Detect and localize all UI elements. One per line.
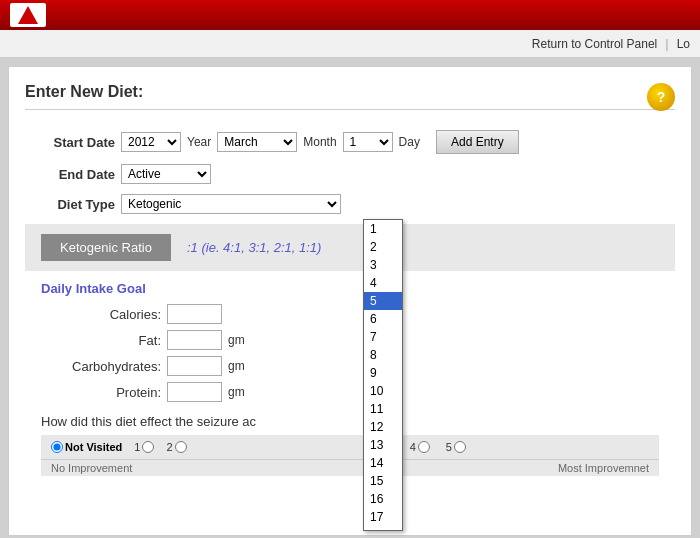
end-date-label: End Date	[25, 167, 115, 182]
not-visited-radio-item[interactable]: Not Visited	[51, 441, 122, 453]
main-content: ? Enter New Diet: Start Date 2012 2011 2…	[8, 66, 692, 536]
rating-4-item[interactable]: 4	[410, 441, 430, 453]
year-unit-label: Year	[187, 135, 211, 149]
end-date-row: End Date Active End Date	[25, 164, 675, 184]
protein-label: Protein:	[41, 385, 161, 400]
month-unit-label: Month	[303, 135, 336, 149]
logout-link[interactable]: Lo	[677, 37, 690, 51]
day-dropdown-overlay[interactable]: 1234567891011121314151617181920	[363, 219, 403, 531]
day-unit-label: Day	[399, 135, 420, 149]
fat-unit: gm	[228, 333, 245, 347]
logo	[10, 3, 46, 27]
day-dropdown-item-8[interactable]: 8	[364, 346, 402, 364]
protein-unit: gm	[228, 385, 245, 399]
return-to-control-panel-link[interactable]: Return to Control Panel	[532, 37, 657, 51]
fat-label: Fat:	[41, 333, 161, 348]
rating-1-label: 1	[134, 441, 140, 453]
ketogenic-ratio-button[interactable]: Ketogenic Ratio	[41, 234, 171, 261]
protein-input[interactable]	[167, 382, 222, 402]
day-dropdown-item-18[interactable]: 18	[364, 526, 402, 530]
seizure-section: How did this diet effect the seizure ac …	[25, 414, 675, 476]
top-bar	[0, 0, 700, 30]
nav-separator: |	[665, 36, 668, 51]
end-date-select[interactable]: Active End Date	[121, 164, 211, 184]
year-select[interactable]: 2012 2011 2013	[121, 132, 181, 152]
day-dropdown-item-5[interactable]: 5	[364, 292, 402, 310]
day-dropdown-item-12[interactable]: 12	[364, 418, 402, 436]
day-dropdown-item-3[interactable]: 3	[364, 256, 402, 274]
dropdown-scroll-container[interactable]: 1234567891011121314151617181920	[364, 220, 402, 530]
carbs-unit: gm	[228, 359, 245, 373]
help-icon[interactable]: ?	[647, 83, 675, 111]
carbs-row: Carbohydrates: gm	[41, 356, 659, 376]
calories-label: Calories:	[41, 307, 161, 322]
day-dropdown-item-1[interactable]: 1	[364, 220, 402, 238]
protein-row: Protein: gm	[41, 382, 659, 402]
day-dropdown-item-13[interactable]: 13	[364, 436, 402, 454]
rating-2-item[interactable]: 2	[166, 441, 186, 453]
day-select[interactable]: 1	[343, 132, 393, 152]
nav-bar: Return to Control Panel | Lo	[0, 30, 700, 58]
rating-2-radio[interactable]	[175, 441, 187, 453]
day-dropdown-item-7[interactable]: 7	[364, 328, 402, 346]
start-date-label: Start Date	[25, 135, 115, 150]
day-dropdown-item-6[interactable]: 6	[364, 310, 402, 328]
day-dropdown-item-17[interactable]: 17	[364, 508, 402, 526]
daily-intake-section: Daily Intake Goal Calories: Fat: gm Carb…	[25, 281, 675, 402]
improvement-labels: No Improvement Most Improvemnet	[41, 459, 659, 476]
start-date-row: Start Date 2012 2011 2013 Year March Jan…	[25, 130, 675, 154]
carbs-label: Carbohydrates:	[41, 359, 161, 374]
calories-input[interactable]	[167, 304, 222, 324]
day-dropdown-item-2[interactable]: 2	[364, 238, 402, 256]
not-visited-label: Not Visited	[65, 441, 122, 453]
ketogenic-section: Ketogenic Ratio :1 (ie. 4:1, 3:1, 2:1, 1…	[25, 224, 675, 271]
rating-row: Not Visited 1 2 3 4	[41, 435, 659, 459]
day-dropdown-item-15[interactable]: 15	[364, 472, 402, 490]
rating-1-radio[interactable]	[142, 441, 154, 453]
fat-row: Fat: gm	[41, 330, 659, 350]
no-improvement-label: No Improvement	[51, 462, 132, 474]
day-dropdown-item-11[interactable]: 11	[364, 400, 402, 418]
not-visited-radio[interactable]	[51, 441, 63, 453]
rating-5-item[interactable]: 5	[446, 441, 466, 453]
rating-1-item[interactable]: 1	[134, 441, 154, 453]
daily-intake-title: Daily Intake Goal	[41, 281, 659, 296]
carbs-input[interactable]	[167, 356, 222, 376]
day-dropdown-item-9[interactable]: 9	[364, 364, 402, 382]
rating-5-label: 5	[446, 441, 452, 453]
rating-4-label: 4	[410, 441, 416, 453]
day-dropdown-item-10[interactable]: 10	[364, 382, 402, 400]
page-title: Enter New Diet:	[25, 83, 675, 110]
seizure-question: How did this diet effect the seizure ac	[41, 414, 659, 429]
diet-type-row: Diet Type Ketogenic Modified Atkins Low …	[25, 194, 675, 214]
month-select[interactable]: March January February April	[217, 132, 297, 152]
fat-input[interactable]	[167, 330, 222, 350]
day-dropdown-item-16[interactable]: 16	[364, 490, 402, 508]
most-improvement-label: Most Improvemnet	[558, 462, 649, 474]
diet-type-select[interactable]: Ketogenic Modified Atkins Low GI	[121, 194, 341, 214]
ratio-text: :1 (ie. 4:1, 3:1, 2:1, 1:1)	[187, 240, 321, 255]
day-dropdown-item-4[interactable]: 4	[364, 274, 402, 292]
rating-5-radio[interactable]	[454, 441, 466, 453]
calories-row: Calories:	[41, 304, 659, 324]
day-dropdown-item-14[interactable]: 14	[364, 454, 402, 472]
add-entry-button[interactable]: Add Entry	[436, 130, 519, 154]
diet-type-label: Diet Type	[25, 197, 115, 212]
rating-2-label: 2	[166, 441, 172, 453]
rating-4-radio[interactable]	[418, 441, 430, 453]
